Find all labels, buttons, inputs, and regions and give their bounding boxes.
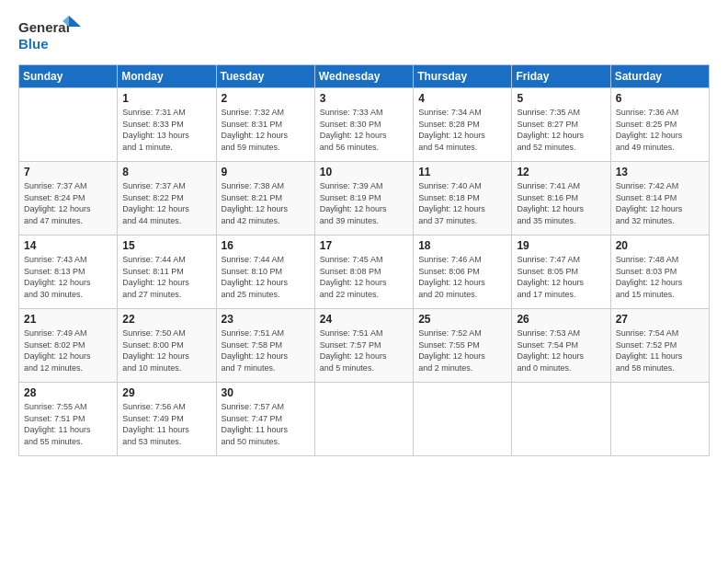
day-cell: 24Sunrise: 7:51 AM Sunset: 7:57 PM Dayli… (314, 309, 413, 383)
day-info: Sunrise: 7:50 AM Sunset: 8:00 PM Dayligh… (122, 327, 210, 373)
day-info: Sunrise: 7:57 AM Sunset: 7:47 PM Dayligh… (222, 401, 310, 447)
day-cell: 20Sunrise: 7:48 AM Sunset: 8:03 PM Dayli… (610, 236, 709, 309)
day-number: 5 (517, 92, 605, 105)
day-number: 13 (616, 166, 704, 178)
day-number: 14 (24, 239, 112, 252)
day-cell: 18Sunrise: 7:46 AM Sunset: 8:06 PM Dayli… (414, 236, 512, 309)
day-number: 12 (517, 166, 605, 178)
day-cell: 19Sunrise: 7:47 AM Sunset: 8:05 PM Dayli… (512, 236, 610, 309)
day-info: Sunrise: 7:34 AM Sunset: 8:28 PM Dayligh… (418, 107, 506, 153)
day-number: 1 (122, 92, 210, 105)
day-info: Sunrise: 7:38 AM Sunset: 8:21 PM Dayligh… (222, 180, 310, 226)
day-cell: 25Sunrise: 7:52 AM Sunset: 7:55 PM Dayli… (414, 309, 512, 383)
day-info: Sunrise: 7:44 AM Sunset: 8:11 PM Dayligh… (122, 254, 210, 300)
day-info: Sunrise: 7:44 AM Sunset: 8:10 PM Dayligh… (222, 254, 310, 300)
week-row-0: 1Sunrise: 7:31 AM Sunset: 8:33 PM Daylig… (19, 88, 710, 162)
day-cell: 16Sunrise: 7:44 AM Sunset: 8:10 PM Dayli… (216, 236, 314, 309)
header-day-sunday: Sunday (19, 65, 118, 88)
day-cell: 6Sunrise: 7:36 AM Sunset: 8:25 PM Daylig… (610, 88, 709, 162)
logo-svg: GeneralBlue (18, 14, 83, 55)
header-day-monday: Monday (118, 65, 216, 88)
day-number: 9 (222, 166, 310, 178)
day-cell: 28Sunrise: 7:55 AM Sunset: 7:51 PM Dayli… (19, 383, 118, 456)
day-info: Sunrise: 7:52 AM Sunset: 7:55 PM Dayligh… (418, 327, 506, 373)
day-cell: 26Sunrise: 7:53 AM Sunset: 7:54 PM Dayli… (512, 309, 610, 383)
day-info: Sunrise: 7:51 AM Sunset: 7:57 PM Dayligh… (320, 327, 408, 373)
svg-text:General: General (18, 19, 70, 35)
day-info: Sunrise: 7:33 AM Sunset: 8:30 PM Dayligh… (320, 107, 408, 153)
day-cell: 11Sunrise: 7:40 AM Sunset: 8:18 PM Dayli… (414, 162, 512, 236)
day-cell (314, 383, 413, 456)
svg-marker-1 (69, 16, 81, 27)
day-number: 15 (122, 239, 210, 252)
day-cell: 3Sunrise: 7:33 AM Sunset: 8:30 PM Daylig… (314, 88, 413, 162)
day-info: Sunrise: 7:39 AM Sunset: 8:19 PM Dayligh… (320, 180, 408, 226)
day-cell: 5Sunrise: 7:35 AM Sunset: 8:27 PM Daylig… (512, 88, 610, 162)
day-number: 23 (222, 313, 310, 326)
day-cell: 14Sunrise: 7:43 AM Sunset: 8:13 PM Dayli… (19, 236, 118, 309)
day-info: Sunrise: 7:48 AM Sunset: 8:03 PM Dayligh… (616, 254, 704, 300)
day-info: Sunrise: 7:46 AM Sunset: 8:06 PM Dayligh… (418, 254, 506, 300)
day-number: 3 (320, 92, 408, 105)
day-number: 30 (222, 386, 310, 399)
day-info: Sunrise: 7:31 AM Sunset: 8:33 PM Dayligh… (122, 107, 210, 153)
day-number: 2 (222, 92, 310, 105)
day-cell (512, 383, 610, 456)
day-number: 22 (122, 313, 210, 326)
day-info: Sunrise: 7:41 AM Sunset: 8:16 PM Dayligh… (517, 180, 605, 226)
day-number: 16 (222, 239, 310, 252)
day-number: 24 (320, 313, 408, 326)
day-info: Sunrise: 7:51 AM Sunset: 7:58 PM Dayligh… (222, 327, 310, 373)
header-day-saturday: Saturday (610, 65, 709, 88)
header-day-friday: Friday (512, 65, 610, 88)
logo: GeneralBlue (18, 14, 83, 55)
day-cell: 21Sunrise: 7:49 AM Sunset: 8:02 PM Dayli… (19, 309, 118, 383)
day-info: Sunrise: 7:54 AM Sunset: 7:52 PM Dayligh… (616, 327, 704, 373)
day-info: Sunrise: 7:45 AM Sunset: 8:08 PM Dayligh… (320, 254, 408, 300)
day-cell: 9Sunrise: 7:38 AM Sunset: 8:21 PM Daylig… (216, 162, 314, 236)
day-info: Sunrise: 7:36 AM Sunset: 8:25 PM Dayligh… (616, 107, 704, 153)
day-number: 4 (418, 92, 506, 105)
day-cell: 27Sunrise: 7:54 AM Sunset: 7:52 PM Dayli… (610, 309, 709, 383)
svg-text:Blue: Blue (18, 36, 49, 52)
day-info: Sunrise: 7:35 AM Sunset: 8:27 PM Dayligh… (517, 107, 605, 153)
week-row-4: 28Sunrise: 7:55 AM Sunset: 7:51 PM Dayli… (19, 383, 710, 456)
week-row-1: 7Sunrise: 7:37 AM Sunset: 8:24 PM Daylig… (19, 162, 710, 236)
header-day-thursday: Thursday (414, 65, 512, 88)
day-cell: 29Sunrise: 7:56 AM Sunset: 7:49 PM Dayli… (118, 383, 216, 456)
day-number: 25 (418, 313, 506, 326)
day-number: 20 (616, 239, 704, 252)
day-cell: 10Sunrise: 7:39 AM Sunset: 8:19 PM Dayli… (314, 162, 413, 236)
header-day-wednesday: Wednesday (314, 65, 413, 88)
day-cell: 4Sunrise: 7:34 AM Sunset: 8:28 PM Daylig… (414, 88, 512, 162)
day-cell: 22Sunrise: 7:50 AM Sunset: 8:00 PM Dayli… (118, 309, 216, 383)
day-number: 7 (24, 166, 112, 178)
day-info: Sunrise: 7:53 AM Sunset: 7:54 PM Dayligh… (517, 327, 605, 373)
day-info: Sunrise: 7:32 AM Sunset: 8:31 PM Dayligh… (222, 107, 310, 153)
header-row: SundayMondayTuesdayWednesdayThursdayFrid… (19, 65, 710, 88)
day-info: Sunrise: 7:42 AM Sunset: 8:14 PM Dayligh… (616, 180, 704, 226)
day-number: 6 (616, 92, 704, 105)
day-number: 26 (517, 313, 605, 326)
day-number: 19 (517, 239, 605, 252)
day-number: 10 (320, 166, 408, 178)
day-cell (19, 88, 118, 162)
day-number: 28 (24, 386, 112, 399)
day-info: Sunrise: 7:56 AM Sunset: 7:49 PM Dayligh… (122, 401, 210, 447)
day-info: Sunrise: 7:49 AM Sunset: 8:02 PM Dayligh… (24, 327, 112, 373)
day-number: 11 (418, 166, 506, 178)
day-cell: 30Sunrise: 7:57 AM Sunset: 7:47 PM Dayli… (216, 383, 314, 456)
day-number: 17 (320, 239, 408, 252)
day-cell: 1Sunrise: 7:31 AM Sunset: 8:33 PM Daylig… (118, 88, 216, 162)
day-number: 8 (122, 166, 210, 178)
day-cell: 7Sunrise: 7:37 AM Sunset: 8:24 PM Daylig… (19, 162, 118, 236)
day-number: 18 (418, 239, 506, 252)
day-number: 27 (616, 313, 704, 326)
day-cell: 13Sunrise: 7:42 AM Sunset: 8:14 PM Dayli… (610, 162, 709, 236)
day-info: Sunrise: 7:43 AM Sunset: 8:13 PM Dayligh… (24, 254, 112, 300)
day-cell: 8Sunrise: 7:37 AM Sunset: 8:22 PM Daylig… (118, 162, 216, 236)
day-info: Sunrise: 7:47 AM Sunset: 8:05 PM Dayligh… (517, 254, 605, 300)
day-number: 21 (24, 313, 112, 326)
day-info: Sunrise: 7:55 AM Sunset: 7:51 PM Dayligh… (24, 401, 112, 447)
day-info: Sunrise: 7:40 AM Sunset: 8:18 PM Dayligh… (418, 180, 506, 226)
